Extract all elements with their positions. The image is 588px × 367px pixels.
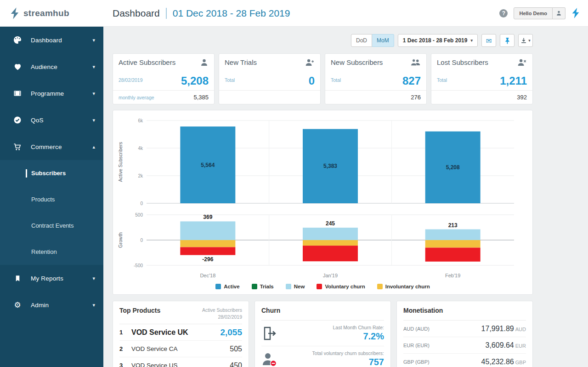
card-title: Top Products	[119, 307, 160, 314]
download-icon	[520, 37, 527, 44]
hello-user-button[interactable]: Hello Demo	[514, 7, 553, 19]
legend-label: Voluntary churn	[325, 284, 365, 289]
sidebar-item-my-reports[interactable]: My Reports ▾	[0, 265, 103, 292]
kpi-title: Active Subscribers	[119, 58, 175, 66]
churn-value: 757	[283, 357, 384, 367]
churn-rate-row: Last Month Churn Rate: 7.2%	[261, 321, 384, 346]
monetisation-row: EUR (EUR) 3,609.64EUR	[403, 337, 526, 354]
heart-icon	[13, 63, 22, 70]
help-icon[interactable]: ?	[499, 9, 508, 17]
active-subscribers-chart: 02k4k6k5,5645,3835,208Active Subscribers	[117, 115, 529, 211]
streamhub-bolt-icon	[10, 7, 19, 19]
sidebar-item-audience[interactable]: Audience ▾	[0, 53, 103, 80]
kpi-value: 1,211	[500, 75, 527, 86]
sidebar-item-label: Audience	[31, 63, 57, 70]
title-separator	[166, 8, 167, 19]
sidebar-subitem-retention[interactable]: Retention	[0, 239, 103, 265]
download-button[interactable]: ▾	[518, 34, 533, 47]
user-account-button[interactable]	[553, 7, 565, 19]
sidebar-item-label: Programme	[31, 90, 64, 97]
product-rank: 1	[119, 329, 127, 336]
sidebar-item-admin[interactable]: ⚙ Admin ▾	[0, 292, 103, 318]
chevron-down-icon: ▾	[92, 302, 95, 308]
chevron-down-icon: ▾	[92, 37, 95, 43]
sidebar-item-programme[interactable]: Programme ▾	[0, 80, 103, 107]
period-toggle-group: DoD MoM	[351, 34, 394, 47]
cart-icon	[13, 143, 22, 151]
person-icon	[200, 58, 209, 66]
date-range-value: 1 Dec 2018 - 28 Feb 2019	[403, 37, 468, 44]
kpi-sub-label: Total	[331, 77, 341, 83]
product-name: VOD Service UK	[131, 328, 215, 337]
chevron-up-icon: ▴	[92, 144, 95, 150]
mom-toggle-button[interactable]: MoM	[372, 34, 394, 47]
currency-label: GBP (GBP)	[403, 359, 430, 365]
chevron-down-icon: ▾	[470, 38, 473, 43]
user-menu-group: Hello Demo	[514, 7, 565, 19]
sidebar-item-commerce[interactable]: Commerce ▴	[0, 133, 103, 160]
sidebar-subitem-products[interactable]: Products	[0, 186, 103, 212]
legend-item[interactable]: Voluntary churn	[317, 284, 365, 289]
kpi-footer-value: 276	[411, 94, 421, 101]
kpi-sub-label: 28/02/2019	[119, 77, 143, 83]
chevron-down-icon: ▾	[92, 117, 95, 123]
growth-chart: -5000500369-296Dec'18245Jan'19213Feb'19G…	[117, 211, 529, 282]
kpi-value: 5,208	[181, 75, 209, 86]
legend-item[interactable]: Active	[215, 284, 240, 289]
top-product-row: 3 VOD Service US 450	[119, 357, 242, 367]
svg-text:Jan'19: Jan'19	[323, 273, 338, 278]
currency-amount: 45,232.86	[481, 358, 514, 366]
product-rank: 2	[119, 345, 127, 352]
top-products-card: Top Products Active Subscribers 28/02/20…	[113, 301, 249, 367]
streamhub-mark-icon[interactable]	[571, 8, 580, 18]
dod-toggle-button[interactable]: DoD	[351, 34, 372, 47]
sidebar-item-dashboard[interactable]: Dashboard ▾	[0, 27, 103, 53]
sidebar: Dashboard ▾ Audience ▾ Programme ▾ QoS ▾…	[0, 27, 103, 367]
svg-text:369: 369	[203, 214, 212, 220]
kpi-card-new-trials: New Trials Total 0	[219, 53, 321, 104]
email-report-button[interactable]: ✉	[481, 34, 496, 47]
kpi-footer-value: 5,385	[193, 94, 209, 101]
svg-text:4k: 4k	[138, 146, 143, 151]
bookmark-icon	[13, 275, 22, 282]
kpi-title: New Trials	[225, 58, 257, 66]
kpi-title: New Subscribers	[331, 58, 383, 66]
sidebar-subitem-subscribers[interactable]: Subscribers	[0, 160, 103, 186]
film-icon	[13, 89, 22, 97]
svg-text:2k: 2k	[138, 173, 143, 178]
chevron-down-icon: ▾	[92, 91, 95, 97]
pin-button[interactable]	[500, 34, 514, 47]
svg-text:-500: -500	[134, 263, 143, 268]
date-range-dropdown[interactable]: 1 Dec 2018 - 28 Feb 2019 ▾	[398, 34, 478, 47]
gear-icon: ⚙	[13, 301, 22, 309]
subitem-label: Products	[31, 196, 55, 203]
product-name: VOD Service CA	[131, 345, 225, 352]
kpi-card-active-subscribers: Active Subscribers 28/02/2019 5,208 mont…	[113, 53, 215, 104]
kpi-footer-value: 392	[517, 94, 527, 101]
legend-item[interactable]: Involuntary churn	[377, 284, 430, 289]
svg-text:5,383: 5,383	[323, 163, 337, 169]
people-icon	[410, 58, 421, 66]
svg-text:Dec'18: Dec'18	[200, 273, 215, 278]
card-title: Monetisation	[403, 307, 443, 314]
svg-text:500: 500	[135, 212, 143, 218]
legend-swatch	[252, 284, 257, 289]
pushpin-icon	[504, 37, 511, 44]
sidebar-item-label: Commerce	[31, 143, 62, 150]
svg-text:213: 213	[448, 222, 458, 229]
svg-text:Feb'19: Feb'19	[445, 273, 460, 278]
subscribers-chart-card: 02k4k6k5,5645,3835,208Active Subscribers…	[113, 110, 533, 295]
chevron-down-icon: ▾	[528, 38, 531, 43]
person-x-icon	[517, 58, 527, 66]
legend-item[interactable]: Trials	[252, 284, 274, 289]
legend-item[interactable]: New	[286, 284, 305, 289]
legend-swatch	[215, 284, 221, 289]
sidebar-item-label: QoS	[31, 117, 44, 124]
chart-legend: ActiveTrialsNewVoluntary churnInvoluntar…	[117, 284, 529, 289]
app-logo[interactable]: streamhub	[0, 7, 103, 19]
sidebar-subitem-contract-events[interactable]: Contract Events	[0, 212, 103, 239]
top-product-row: 2 VOD Service CA 505	[119, 341, 242, 357]
subitem-label: Retention	[31, 248, 57, 255]
sidebar-item-qos[interactable]: QoS ▾	[0, 107, 103, 133]
product-value: 450	[230, 361, 242, 367]
